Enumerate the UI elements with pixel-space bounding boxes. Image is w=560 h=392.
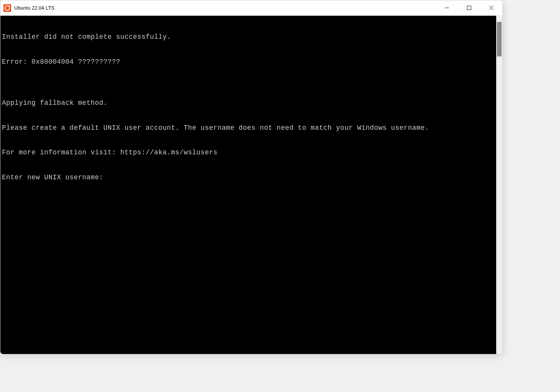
ubuntu-icon (3, 4, 11, 12)
close-icon (489, 6, 494, 10)
terminal[interactable]: Installer did not complete successfully.… (0, 16, 496, 354)
close-button[interactable] (480, 0, 502, 15)
minimize-icon (445, 6, 449, 10)
minimize-button[interactable] (435, 0, 458, 15)
terminal-line: Applying fallback method. (2, 99, 495, 108)
svg-rect-1 (467, 6, 471, 10)
scrollbar-thumb[interactable] (497, 22, 502, 56)
maximize-button[interactable] (458, 0, 480, 15)
prompt-line: Enter new UNIX username: (2, 174, 495, 182)
terminal-area: Installer did not complete successfully.… (0, 16, 502, 354)
username-input[interactable] (108, 174, 495, 181)
maximize-icon (467, 6, 471, 10)
vertical-scrollbar[interactable] (496, 16, 502, 354)
terminal-line: Installer did not complete successfully. (2, 33, 495, 41)
terminal-line: For more information visit: https://aka.… (2, 149, 495, 157)
app-window: Ubuntu 22.04 LTS Installer did no (0, 0, 503, 354)
prompt-text: Enter new UNIX username: (2, 174, 108, 182)
terminal-line: Error: 0x80004004 ?????????? (2, 58, 495, 66)
titlebar[interactable]: Ubuntu 22.04 LTS (0, 0, 502, 16)
window-title: Ubuntu 22.04 LTS (14, 5, 435, 11)
terminal-line: Please create a default UNIX user accoun… (2, 124, 495, 132)
window-controls (435, 0, 502, 15)
